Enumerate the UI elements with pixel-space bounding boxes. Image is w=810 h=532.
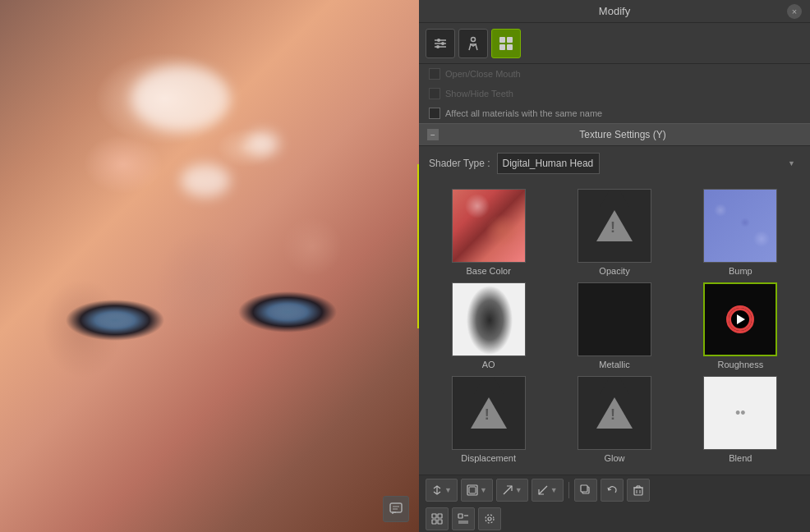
- texture-thumb-blend: ••: [703, 376, 777, 450]
- close-button[interactable]: ×: [787, 4, 802, 19]
- texture-item-blend[interactable]: •• Blend: [681, 376, 800, 463]
- svg-rect-27: [432, 514, 436, 518]
- viewport-divider-line: [417, 164, 419, 328]
- texture-settings-header: − Texture Settings (Y): [419, 123, 810, 146]
- texture-settings-title: Texture Settings (Y): [444, 129, 802, 140]
- svg-rect-11: [499, 37, 505, 43]
- bottom-toolbar-row1: ▼ ▼ ▼ ▼: [419, 475, 810, 504]
- svg-rect-30: [438, 520, 442, 524]
- open-close-mouth-checkbox[interactable]: [429, 68, 440, 80]
- texture-thumb-ao: [452, 282, 526, 356]
- svg-rect-12: [507, 37, 513, 43]
- svg-point-36: [486, 515, 494, 523]
- svg-rect-19: [581, 485, 587, 492]
- window-title: Modify: [442, 5, 787, 17]
- play-overlay: [729, 308, 752, 331]
- texture-tab[interactable]: [491, 29, 521, 58]
- svg-rect-29: [432, 520, 436, 524]
- shader-type-select[interactable]: Digital_Human Head: [497, 153, 600, 174]
- specular-highlight-3: [246, 131, 279, 156]
- texture-label-ao: AO: [482, 360, 495, 369]
- texture-label-roughness: Roughness: [717, 360, 763, 369]
- svg-rect-20: [634, 488, 642, 495]
- figure-tab[interactable]: [458, 29, 488, 58]
- open-close-mouth-row: Open/Close Mouth: [419, 64, 810, 84]
- texture-label-opacity: Opacity: [599, 266, 629, 276]
- title-bar: Modify ×: [419, 0, 810, 23]
- play-circle: [729, 308, 752, 331]
- svg-point-7: [441, 42, 444, 45]
- svg-point-9: [472, 37, 476, 41]
- texture-item-displacement[interactable]: Displacement: [429, 376, 548, 463]
- show-hide-teeth-checkbox[interactable]: [429, 88, 440, 99]
- affect-materials-checkbox[interactable]: [429, 108, 440, 119]
- texture-thumb-glow: [578, 376, 651, 450]
- svg-rect-14: [507, 44, 513, 50]
- chat-icon-button[interactable]: [383, 496, 409, 522]
- shader-type-select-wrap: Digital_Human Head: [497, 153, 801, 174]
- collapse-button[interactable]: −: [427, 129, 439, 140]
- toolbar: [419, 23, 810, 64]
- settings-button[interactable]: [478, 507, 501, 530]
- bottom-toolbar-row2: [419, 504, 810, 532]
- affect-materials-label: Affect all materials with the same name: [445, 108, 602, 118]
- delete-button[interactable]: [627, 479, 650, 502]
- texture-thumb-displacement: [452, 376, 526, 450]
- show-hide-teeth-label: Show/Hide Teeth: [445, 89, 513, 99]
- svg-rect-17: [469, 487, 476, 493]
- texture-item-ao[interactable]: AO: [429, 282, 548, 369]
- svg-rect-0: [390, 503, 402, 512]
- viewport: [0, 0, 419, 532]
- share-export-button[interactable]: ▼: [496, 479, 528, 502]
- texture-label-metallic: Metallic: [599, 360, 629, 369]
- separator-1: [568, 482, 569, 498]
- panel-content: Open/Close Mouth Show/Hide Teeth Affect …: [419, 64, 810, 475]
- fit-button[interactable]: ▼: [461, 479, 493, 502]
- bottom-toolbar: ▼ ▼ ▼ ▼: [419, 475, 810, 532]
- texture-label-bump: Bump: [729, 266, 752, 276]
- undo-button[interactable]: [601, 479, 624, 502]
- texture-item-roughness[interactable]: Roughness: [681, 282, 800, 369]
- specular-highlight-2: [181, 164, 230, 197]
- texture-label-displacement: Displacement: [461, 453, 516, 463]
- texture-label-blend: Blend: [729, 453, 752, 463]
- right-panel: Modify ×: [419, 0, 810, 532]
- open-close-mouth-label: Open/Close Mouth: [445, 69, 521, 79]
- shader-type-row: Shader Type : Digital_Human Head: [419, 146, 810, 181]
- texture-thumb-base-color: [452, 189, 526, 263]
- texture-item-bump[interactable]: Bump: [681, 189, 800, 276]
- specular-highlight-1: [131, 66, 230, 131]
- show-hide-teeth-row: Show/Hide Teeth: [419, 84, 810, 103]
- svg-point-8: [436, 45, 440, 48]
- texture-item-base-color[interactable]: Base Color: [429, 189, 548, 276]
- texture-thumb-bump: [703, 189, 777, 263]
- sliders-tab[interactable]: [426, 29, 455, 58]
- grid-view-button[interactable]: [426, 507, 449, 530]
- affect-materials-row: Affect all materials with the same name: [419, 103, 810, 123]
- share-import-button[interactable]: ▼: [532, 479, 564, 502]
- texture-label-base-color: Base Color: [466, 266, 510, 276]
- svg-rect-31: [458, 514, 463, 518]
- shader-type-label: Shader Type :: [429, 158, 490, 169]
- texture-thumb-metallic: [578, 282, 651, 356]
- texture-thumb-opacity: [578, 189, 651, 263]
- svg-point-6: [437, 39, 440, 42]
- 3d-render: [0, 0, 419, 532]
- texture-item-glow[interactable]: Glow: [555, 376, 674, 463]
- copy-button[interactable]: [574, 479, 597, 502]
- texture-item-opacity[interactable]: Opacity: [555, 189, 674, 276]
- play-icon: [737, 314, 745, 324]
- texture-item-metallic[interactable]: Metallic: [555, 282, 674, 369]
- texture-grid: Base Color Opacity Bump: [419, 181, 810, 471]
- texture-thumb-roughness: [703, 282, 777, 356]
- svg-rect-28: [438, 514, 442, 518]
- svg-point-35: [488, 517, 491, 521]
- texture-label-glow: Glow: [604, 453, 624, 463]
- list-view-button[interactable]: [452, 507, 475, 530]
- import-export-button[interactable]: ▼: [426, 479, 458, 502]
- svg-rect-13: [499, 44, 505, 50]
